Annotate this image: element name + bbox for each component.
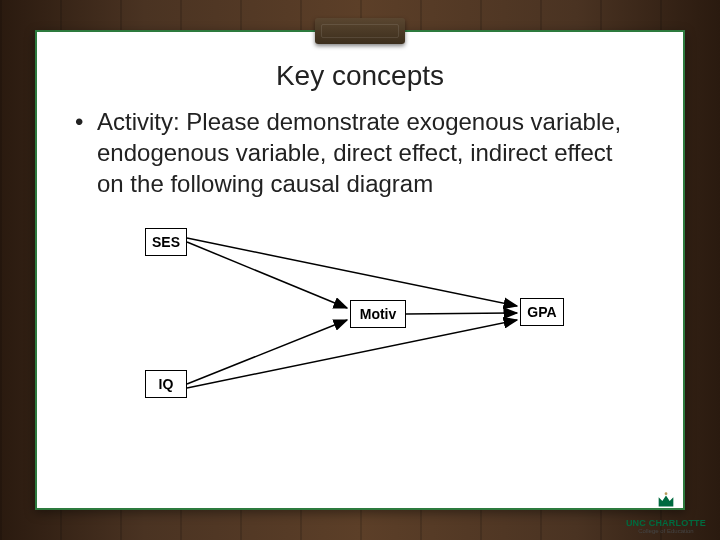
svg-line-1 — [187, 242, 347, 308]
node-motiv: Motiv — [350, 300, 406, 328]
footer-logo: UNC CHARLOTTE College of Education — [626, 490, 706, 534]
crown-icon — [655, 490, 677, 512]
slide-title: Key concepts — [67, 60, 653, 92]
svg-line-4 — [187, 320, 517, 388]
slide-card: Key concepts Activity: Please demonstrat… — [35, 30, 685, 510]
causal-diagram: SES Motiv GPA IQ — [125, 220, 595, 415]
node-gpa: GPA — [520, 298, 564, 326]
binder-clip — [315, 18, 405, 44]
node-iq: IQ — [145, 370, 187, 398]
logo-org: UNC CHARLOTTE — [626, 518, 706, 528]
node-ses: SES — [145, 228, 187, 256]
bullet-activity: Activity: Please demonstrate exogenous v… — [67, 106, 653, 200]
svg-line-3 — [187, 320, 347, 384]
svg-line-5 — [406, 313, 517, 314]
svg-line-2 — [187, 238, 517, 306]
logo-unit: College of Education — [626, 528, 706, 534]
svg-point-6 — [665, 492, 668, 495]
